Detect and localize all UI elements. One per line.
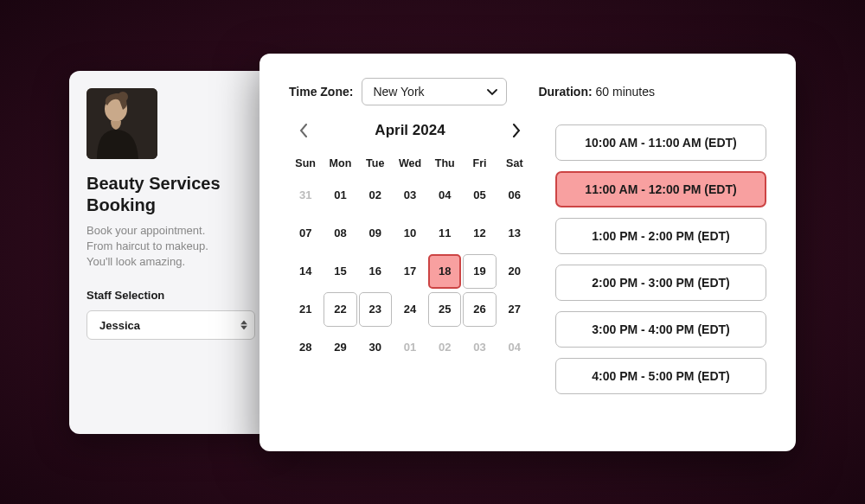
timezone-label: Time Zone: (289, 85, 353, 99)
calendar-dow: Mon (324, 152, 356, 175)
calendar-day: 30 (359, 330, 392, 365)
sidebar: Beauty Services Booking Book your appoin… (69, 71, 272, 434)
staff-selection-label: Staff Selection (86, 289, 255, 302)
prev-month-button[interactable] (294, 121, 313, 140)
page-subtitle: Book your appointment. From haircut to m… (86, 223, 255, 271)
calendar-dow: Fri (463, 152, 496, 175)
timezone-dropdown[interactable]: New York (362, 78, 507, 105)
calendar-day: 10 (394, 216, 426, 251)
calendar-day: 08 (324, 216, 356, 251)
calendar-day: 28 (289, 330, 322, 365)
calendar-day: 12 (463, 216, 496, 251)
calendar-day: 31 (289, 178, 322, 213)
calendar-dow: Sun (289, 152, 322, 175)
time-slot[interactable]: 11:00 AM - 12:00 PM (EDT) (555, 171, 766, 207)
calendar-day: 03 (394, 178, 426, 213)
staff-avatar (86, 88, 157, 159)
timezone-value: New York (373, 85, 424, 99)
calendar-day: 01 (324, 178, 356, 213)
booking-panel: Time Zone: New York Duration: 60 minutes (260, 54, 796, 451)
calendar-day: 17 (394, 254, 426, 289)
calendar-day: 27 (498, 292, 531, 327)
time-slot[interactable]: 1:00 PM - 2:00 PM (EDT) (555, 218, 766, 254)
calendar-day: 21 (289, 292, 322, 327)
calendar-day: 06 (498, 178, 531, 213)
calendar-day[interactable]: 18 (428, 254, 461, 289)
time-slot[interactable]: 2:00 PM - 3:00 PM (EDT) (555, 265, 766, 301)
staff-selection-dropdown[interactable]: Jessica (86, 310, 255, 340)
calendar-day: 01 (394, 330, 426, 365)
calendar-day: 02 (428, 330, 461, 365)
page-title: Beauty Services Booking (86, 173, 255, 216)
calendar-day: 09 (359, 216, 392, 251)
calendar-day[interactable]: 23 (359, 292, 392, 327)
calendar-day: 24 (394, 292, 426, 327)
time-slot[interactable]: 10:00 AM - 11:00 AM (EDT) (555, 124, 766, 161)
stepper-icon (240, 321, 247, 330)
next-month-button[interactable] (507, 121, 526, 140)
chevron-down-icon (487, 85, 497, 99)
duration-display: Duration: 60 minutes (538, 85, 655, 99)
calendar-day: 13 (498, 216, 531, 251)
time-slots: 10:00 AM - 11:00 AM (EDT)11:00 AM - 12:0… (555, 121, 766, 394)
staff-selection-value: Jessica (99, 319, 140, 332)
calendar-day: 11 (428, 216, 461, 251)
calendar-day: 29 (324, 330, 356, 365)
calendar-day[interactable]: 19 (463, 254, 496, 289)
calendar-day[interactable]: 25 (428, 292, 461, 327)
calendar-day: 15 (324, 254, 356, 289)
calendar-day[interactable]: 22 (324, 292, 356, 327)
calendar-month-label: April 2024 (375, 122, 445, 139)
calendar-day: 20 (498, 254, 531, 289)
calendar-dow: Wed (394, 152, 426, 175)
calendar-day: 03 (463, 330, 496, 365)
calendar-dow: Sat (498, 152, 531, 175)
calendar-day: 02 (359, 178, 392, 213)
time-slot[interactable]: 3:00 PM - 4:00 PM (EDT) (555, 311, 766, 348)
calendar-day: 04 (498, 330, 531, 365)
calendar-day: 05 (463, 178, 496, 213)
calendar-day[interactable]: 26 (463, 292, 496, 327)
svg-point-2 (118, 92, 128, 102)
calendar-dow: Tue (359, 152, 392, 175)
calendar: April 2024 SunMonTueWedThuFriSat31010203… (289, 121, 531, 394)
calendar-day: 16 (359, 254, 392, 289)
calendar-day: 07 (289, 216, 322, 251)
calendar-day: 04 (428, 178, 461, 213)
time-slot[interactable]: 4:00 PM - 5:00 PM (EDT) (555, 358, 766, 394)
calendar-dow: Thu (428, 152, 461, 175)
calendar-day: 14 (289, 254, 322, 289)
